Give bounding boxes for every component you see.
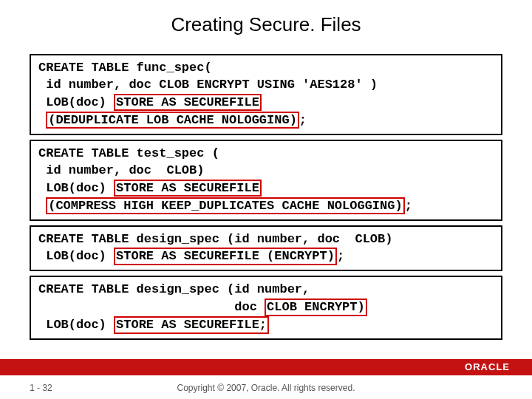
code-block-2: CREATE TABLE test_spec ( id number, doc … bbox=[30, 140, 502, 221]
highlight-store-as-securefile: STORE AS SECUREFILE bbox=[114, 180, 262, 197]
code-block-4: CREATE TABLE design_spec (id number, doc… bbox=[30, 276, 502, 340]
highlight-dedup: (DEDUPLICATE LOB CACHE NOLOGGING) bbox=[46, 112, 299, 129]
highlight-store-as-securefile: STORE AS SECUREFILE; bbox=[114, 316, 269, 334]
page-title: Creating Secure. Files bbox=[0, 0, 532, 50]
copyright-text: Copyright © 2007, Oracle. All rights res… bbox=[0, 383, 532, 393]
oracle-logo: ORACLE bbox=[459, 359, 516, 375]
highlight-store-as-securefile-encrypt: STORE AS SECUREFILE (ENCRYPT) bbox=[114, 248, 337, 265]
code-block-1: CREATE TABLE func_spec( id number, doc C… bbox=[30, 54, 502, 135]
code-block-3: CREATE TABLE design_spec (id number, doc… bbox=[30, 225, 502, 272]
footer-bar bbox=[0, 359, 532, 375]
highlight-store-as-securefile: STORE AS SECUREFILE bbox=[114, 94, 262, 112]
code-text bbox=[38, 113, 46, 127]
code-text bbox=[38, 199, 46, 213]
code-text: ; bbox=[405, 199, 412, 213]
code-text: LOB(doc) bbox=[38, 318, 114, 332]
highlight-clob-encrypt: CLOB ENCRYPT) bbox=[265, 299, 367, 316]
code-text: ; bbox=[337, 249, 344, 263]
code-text: ; bbox=[299, 113, 307, 127]
highlight-compress: (COMPRESS HIGH KEEP_DUPLICATES CACHE NOL… bbox=[46, 197, 404, 215]
